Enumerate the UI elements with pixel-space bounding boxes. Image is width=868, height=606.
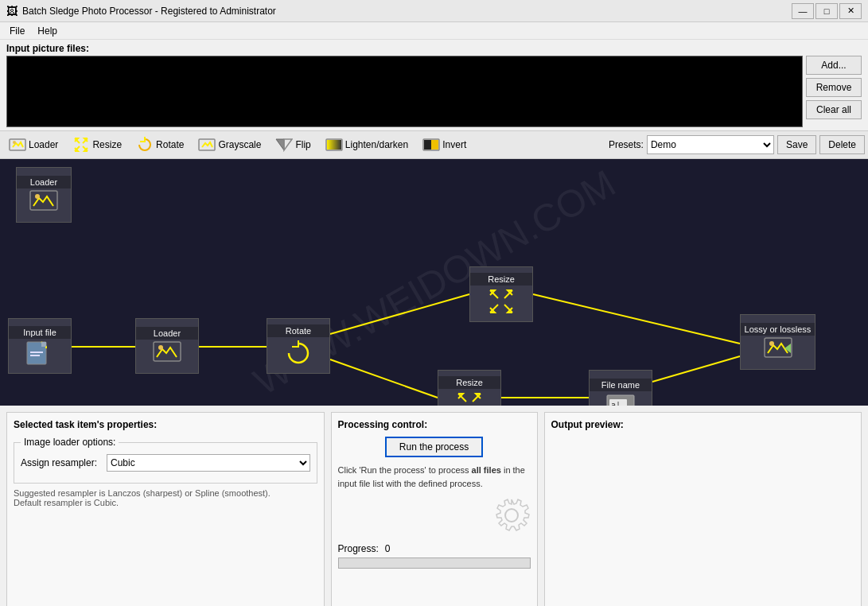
node-file-name-label: File name [590, 379, 652, 391]
right-panel: Output preview: [544, 412, 862, 606]
node-resize-top-icon [487, 287, 516, 316]
tool-lighten-darken[interactable]: Lighten/darken [320, 133, 414, 157]
node-loader-thumb-icon [29, 190, 58, 214]
node-loader[interactable]: Loader [135, 318, 199, 374]
save-button[interactable]: Save [777, 135, 816, 154]
tool-grayscale[interactable]: Grayscale [193, 133, 267, 157]
lighten-darken-icon [325, 136, 343, 153]
resampler-hint: Suggested resampler is Lanczos (sharpest… [14, 488, 317, 507]
add-button[interactable]: Add... [806, 56, 862, 75]
node-file-name-icon: a| [606, 393, 635, 406]
svg-rect-24 [41, 342, 46, 347]
clear-all-button[interactable]: Clear all [806, 100, 862, 119]
resampler-row: Assign resampler: Cubic Lanczos Spline N… [21, 454, 310, 472]
gear-area [338, 496, 531, 537]
svg-line-17 [330, 359, 438, 398]
bottom-panels: Selected task item's properties: Image l… [0, 406, 868, 606]
menu-file[interactable]: File [3, 24, 31, 38]
svg-line-18 [533, 294, 740, 344]
invert-icon [422, 136, 440, 153]
center-panel-title: Processing control: [338, 419, 531, 430]
center-panel: Processing control: Run the process Clic… [331, 412, 538, 606]
svg-text:a|: a| [611, 401, 621, 406]
svg-rect-12 [424, 140, 431, 150]
svg-line-20 [652, 356, 740, 382]
left-panel: Selected task item's properties: Image l… [6, 412, 325, 606]
tool-grayscale-label: Grayscale [218, 139, 261, 150]
svg-point-41 [769, 341, 774, 346]
node-lossy-lossless-label: Lossy or lossless [741, 323, 815, 336]
tool-flip[interactable]: Flip [270, 133, 316, 157]
node-rotate[interactable]: Rotate [267, 318, 330, 374]
right-panel-title: Output preview: [551, 419, 855, 430]
gear-icon [492, 496, 531, 534]
run-process-button[interactable]: Run the process [385, 437, 483, 457]
node-loader-label: Loader [136, 327, 198, 340]
node-lossy-lossless[interactable]: Lossy or lossless [740, 314, 815, 370]
presets-label: Presets: [609, 139, 644, 150]
remove-button[interactable]: Remove [806, 78, 862, 97]
input-files-label: Input picture files: [6, 43, 862, 54]
tool-resize[interactable]: Resize [67, 133, 127, 157]
svg-marker-8 [284, 139, 292, 150]
node-loader-thumb-label: Loader [17, 176, 71, 188]
presets-area: Presets: Demo Custom1 Custom2 Save Delet… [609, 135, 865, 154]
tool-rotate-label: Rotate [156, 139, 184, 150]
node-input-file-label: Input file [9, 326, 71, 339]
run-process-link: Run the process [361, 465, 425, 475]
tool-invert-label: Invert [442, 139, 466, 150]
presets-select[interactable]: Demo Custom1 Custom2 [647, 135, 774, 154]
app-icon: 🖼 [6, 5, 18, 17]
resampler-select[interactable]: Cubic Lanczos Spline Nearest Bilinear [107, 454, 310, 472]
svg-point-1 [13, 141, 16, 144]
toolbar: Loader Resize Rotate Grayscale Flip Ligh… [0, 130, 868, 159]
pipeline-canvas[interactable]: Loader Input file Loader Rotate Resize R… [0, 159, 868, 406]
tool-invert[interactable]: Invert [417, 133, 472, 157]
resampler-label: Assign resampler: [21, 457, 100, 468]
window-title: Batch Sledge Photo Processor - Registere… [22, 6, 792, 17]
svg-rect-25 [30, 352, 43, 353]
left-panel-title: Selected task item's properties: [14, 419, 317, 430]
maximize-button[interactable]: □ [815, 3, 838, 19]
progress-value: 0 [385, 543, 391, 554]
flip-icon [275, 136, 293, 153]
tool-lighten-darken-label: Lighten/darken [345, 139, 408, 150]
node-resize-bottom[interactable]: Resize [438, 370, 501, 406]
processing-description: Click 'Run the process' to process all f… [338, 464, 531, 490]
spline-link[interactable]: Spline [195, 488, 220, 498]
input-files-list[interactable] [6, 56, 803, 127]
node-resize-bottom-icon [455, 390, 484, 406]
svg-marker-7 [276, 139, 284, 150]
node-lossy-lossless-icon [764, 337, 792, 361]
node-resize-top[interactable]: Resize [469, 266, 533, 322]
delete-button[interactable]: Delete [819, 135, 865, 154]
title-bar: 🖼 Batch Sledge Photo Processor - Registe… [0, 0, 868, 22]
pipeline-connections [0, 159, 868, 406]
image-loader-options-legend: Image loader options: [21, 437, 119, 448]
svg-point-22 [35, 194, 40, 199]
svg-rect-13 [431, 140, 438, 150]
minimize-button[interactable]: — [792, 3, 814, 19]
svg-rect-10 [327, 140, 341, 150]
svg-line-16 [330, 294, 469, 334]
node-input-file[interactable]: Input file [8, 318, 72, 374]
node-resize-top-label: Resize [470, 273, 532, 286]
tool-loader[interactable]: Loader [3, 133, 64, 157]
loader-icon [9, 136, 26, 153]
node-rotate-label: Rotate [267, 324, 329, 337]
close-button[interactable]: ✕ [839, 3, 862, 19]
input-files-buttons: Add... Remove Clear all [806, 56, 862, 119]
resize-icon [72, 136, 90, 153]
menu-bar: File Help [0, 22, 868, 40]
rotate-icon [136, 136, 154, 153]
input-files-container: Add... Remove Clear all [6, 56, 862, 127]
node-file-name[interactable]: File name a| [589, 370, 652, 406]
node-loader-icon [153, 341, 181, 365]
node-loader-thumb[interactable]: Loader [16, 167, 72, 223]
input-files-section: Input picture files: Add... Remove Clear… [0, 40, 868, 127]
tool-rotate[interactable]: Rotate [130, 133, 189, 157]
progress-label: Progress: [338, 543, 379, 554]
progress-bar-container [338, 557, 531, 569]
node-resize-bottom-label: Resize [438, 376, 500, 389]
menu-help[interactable]: Help [31, 24, 64, 38]
